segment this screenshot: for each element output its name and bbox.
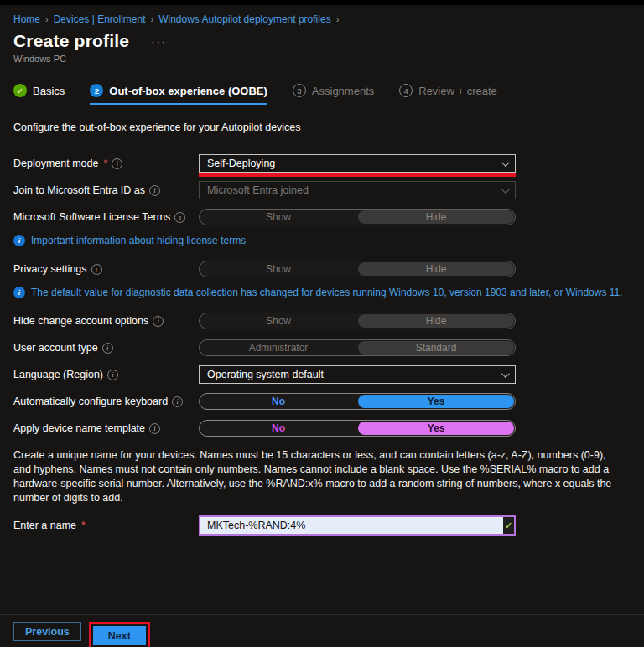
toggle-option-show: Show (200, 210, 356, 224)
label-text: Language (Region) (13, 369, 103, 380)
toggle-option-show: Show (200, 262, 356, 276)
info-icon[interactable]: i (102, 343, 113, 354)
breadcrumb-devices-enrollment[interactable]: Devices | Enrollment (54, 13, 146, 25)
privacy-control: Show Hide (199, 261, 516, 277)
wizard-footer: Previous Next (0, 614, 644, 647)
info-icon[interactable]: i (112, 158, 122, 169)
selected-value: Operating system default (207, 369, 501, 380)
license-terms-control: Show Hide (199, 209, 516, 225)
naming-help-text: Create a unique name for your devices. N… (13, 448, 622, 505)
row-join-type: Join to Microsoft Entra ID as i Microsof… (13, 177, 644, 204)
oobe-form: Deployment mode * i Self-Deploying Join … (13, 150, 644, 539)
toggle-option-yes[interactable]: Yes (358, 395, 514, 408)
join-type-dropdown: Microsoft Entra joined (199, 181, 516, 199)
step-number-icon: 2 (90, 84, 103, 97)
chevron-down-icon (501, 370, 510, 378)
name-input[interactable] (199, 515, 516, 536)
tab-assignments[interactable]: 3 Assignments (293, 84, 374, 105)
field-label: Hide change account options i (13, 315, 199, 327)
toggle-option-no[interactable]: No (200, 422, 356, 435)
device-name-template-toggle[interactable]: No Yes (199, 420, 516, 437)
toggle-option-show: Show (200, 314, 356, 328)
user-account-type-control: Administrator Standard (199, 339, 516, 356)
row-user-account-type: User account type i Administrator Standa… (13, 334, 644, 361)
info-icon[interactable]: i (149, 423, 160, 434)
toggle-option-yes[interactable]: Yes (358, 422, 514, 435)
row-privacy-settings: Privacy settings i Show Hide (13, 256, 644, 282)
label-text: Join to Microsoft Entra ID as (13, 184, 145, 196)
toggle-option-no[interactable]: No (200, 395, 356, 408)
field-label: User account type i (13, 342, 199, 354)
toggle-option-hide: Hide (358, 262, 514, 276)
step-number-icon: 3 (293, 84, 306, 97)
language-dropdown[interactable]: Operating system default (199, 365, 516, 384)
required-asterisk: * (103, 158, 107, 169)
license-terms-toggle: Show Hide (199, 209, 516, 225)
title-row: Create profile ··· (13, 30, 644, 52)
tab-basics[interactable]: ✓ Basics (13, 84, 65, 105)
more-menu-icon[interactable]: ··· (151, 35, 167, 48)
info-icon[interactable]: i (107, 370, 118, 380)
info-icon: i (13, 287, 25, 298)
label-text: Deployment mode (13, 158, 98, 169)
breadcrumb-home[interactable]: Home (13, 13, 40, 25)
keyboard-toggle[interactable]: No Yes (199, 393, 516, 410)
name-input-wrap: ✓ (199, 515, 516, 536)
info-icon[interactable]: i (174, 212, 185, 223)
field-label: Enter a name * (13, 520, 199, 531)
row-deployment-mode: Deployment mode * i Self-Deploying (13, 150, 644, 177)
row-device-name-template: Apply device name template i No Yes (13, 415, 644, 442)
next-button[interactable]: Next (93, 626, 146, 645)
breadcrumb-separator: › (45, 14, 49, 24)
tab-label: Basics (33, 85, 65, 97)
wizard-tabs: ✓ Basics 2 Out-of-box experience (OOBE) … (13, 84, 644, 105)
chevron-down-icon (501, 158, 510, 167)
label-text: Automatically configure keyboard (13, 396, 168, 407)
field-label: Automatically configure keyboard i (13, 396, 199, 407)
deployment-mode-control: Self-Deploying (199, 154, 516, 173)
row-license-terms: Microsoft Software License Terms i Show … (13, 204, 644, 230)
info-icon[interactable]: i (149, 185, 160, 196)
validation-box: ✓ (503, 517, 514, 534)
check-icon: ✓ (13, 84, 27, 97)
field-label: Apply device name template i (13, 422, 199, 434)
tab-label: Assignments (312, 85, 374, 97)
chevron-down-icon (501, 185, 510, 194)
annotation-red-underline (199, 173, 516, 177)
info-icon[interactable]: i (172, 396, 183, 407)
tab-oobe[interactable]: 2 Out-of-box experience (OOBE) (90, 84, 267, 105)
previous-button[interactable]: Previous (13, 622, 81, 641)
label-text: Apply device name template (13, 422, 145, 434)
hide-account-options-toggle: Show Hide (199, 313, 516, 329)
step-number-icon: 4 (399, 84, 413, 97)
deployment-mode-dropdown[interactable]: Self-Deploying (199, 154, 516, 173)
breadcrumb-separator: › (151, 14, 154, 24)
tab-label: Review + create (418, 85, 497, 97)
language-control: Operating system default (199, 365, 516, 384)
breadcrumb-separator: › (336, 14, 340, 24)
field-label: Deployment mode * i (13, 158, 199, 169)
field-label: Privacy settings i (13, 263, 199, 275)
selected-value: Microsoft Entra joined (207, 184, 501, 196)
create-profile-page: Home › Devices | Enrollment › Windows Au… (0, 13, 644, 539)
breadcrumb-autopilot-profiles[interactable]: Windows Autopilot deployment profiles (158, 13, 330, 25)
info-icon[interactable]: i (91, 264, 102, 275)
tab-review-create[interactable]: 4 Review + create (399, 84, 497, 105)
intro-text: Configure the out-of-box experience for … (13, 122, 644, 135)
name-control: ✓ (199, 515, 516, 536)
selected-value: Self-Deploying (207, 158, 501, 169)
privacy-info-line: i The default value for diagnostic data … (13, 284, 644, 301)
label-text: Privacy settings (13, 263, 87, 275)
license-info-line: i Important information about hiding lic… (13, 232, 644, 249)
field-label: Microsoft Software License Terms i (13, 211, 199, 223)
label-text: Microsoft Software License Terms (13, 211, 170, 223)
toggle-option-standard: Standard (358, 341, 514, 355)
required-asterisk: * (81, 520, 86, 531)
tab-label: Out-of-box experience (OOBE) (109, 85, 267, 97)
info-icon[interactable]: i (153, 316, 164, 327)
row-hide-account-options: Hide change account options i Show Hide (13, 308, 644, 334)
privacy-info-text: The default value for diagnostic data co… (31, 287, 623, 298)
license-info-link[interactable]: Important information about hiding licen… (31, 235, 246, 246)
keyboard-control: No Yes (199, 393, 516, 410)
row-configure-keyboard: Automatically configure keyboard i No Ye… (13, 388, 644, 415)
